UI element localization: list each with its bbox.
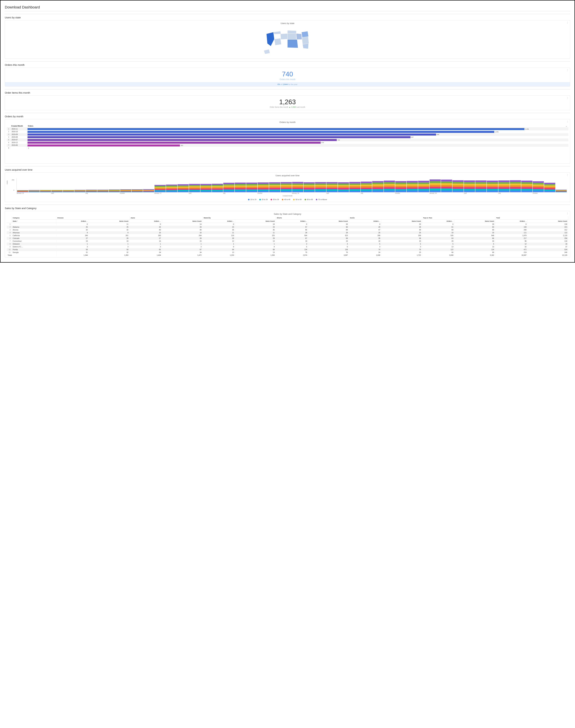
bar-segment [487,187,498,189]
col-orders[interactable]: Orders ⌄ [27,124,568,128]
col-orders[interactable]: Orders⌄ [422,219,454,223]
table-row[interactable]: 11Georgia313234341313757624256668219248 [7,251,568,254]
col-orders[interactable]: Orders⌄ [349,219,381,223]
col-group[interactable]: Total [495,216,568,220]
col-items[interactable]: Items Count [381,219,422,223]
bar-segment [327,185,338,186]
legend-item[interactable]: 10 to 19 [248,198,256,201]
tile-menu-icon[interactable]: ⋮ [566,174,569,176]
legend-item[interactable]: 60 to 69 [305,198,313,201]
bar-segment [407,190,418,192]
state-cell: District of C… [11,245,56,248]
legend-item[interactable]: 70 or Above [316,198,327,201]
bar-cell: 353 [27,144,568,147]
cell-items: 48 [381,228,422,231]
bar-segment [246,184,257,185]
stacked-bar [166,185,177,192]
chevron-down-icon: ⌄ [160,221,161,222]
col-items[interactable]: Items Count [162,219,203,223]
col-items[interactable]: Items Count [454,219,495,223]
table-row[interactable]: 7Connecticut1919141512131919181928339611… [7,240,568,243]
col-orders[interactable]: Orders⌄ [130,219,162,223]
table-row[interactable]: 2Alabama252520202324576028286164194221 [7,226,568,228]
tile-menu-icon[interactable]: ⋮ [566,97,569,99]
bar-segment [281,189,292,191]
cell-orders: 57 [276,226,308,228]
table-row[interactable]: 10110140180380200290130 [7,223,568,226]
tile-menu-icon[interactable]: ⋮ [566,120,569,123]
tile-menu-icon[interactable]: ⋮ [566,22,569,24]
users-acquired-chart[interactable]: Users 250 0 January '16AprilJulyOctoberJ… [7,178,568,197]
bar [28,144,180,146]
col-items[interactable]: Items Count [89,219,130,223]
cell-orders: 1 [56,243,89,245]
cell-items: 13 [454,245,495,248]
us-map[interactable] [7,26,568,58]
table-row[interactable]: 6Colorado272827282829676935366366217256 [7,237,568,240]
col-created-month[interactable]: Created Month [10,124,27,128]
cell-orders: 32 [56,228,89,231]
legend-item[interactable]: 50 to 59 [293,198,301,201]
table-row[interactable]: 3Arizona323240403535858847486869280312 [7,228,568,231]
bar-segment [258,182,269,184]
bar-segment [464,186,475,187]
table-row[interactable]: 10Florida5859656764681341387478122124472… [7,248,568,251]
bar-segment [487,186,498,187]
cell-items: 69 [308,237,349,240]
col-orders[interactable]: Orders⌄ [495,219,528,223]
bar-segment [315,191,326,192]
bar-segment [166,189,177,190]
col-group[interactable]: Maternity [203,216,276,220]
col-group[interactable]: Socks [349,216,422,220]
bar-segment [269,185,280,187]
col-state[interactable]: State^ [11,219,56,223]
row-index: 3 [7,228,11,231]
cell-orders: 61 [422,226,454,228]
bar-segment [430,188,441,190]
col-group[interactable]: Jeans [130,216,203,220]
bar-segment [166,190,177,191]
bar-segment [349,185,361,186]
col-group[interactable]: Tops & Tees [422,216,495,220]
cell-orders: 217 [495,237,528,240]
col-items[interactable]: Items Count [528,219,568,223]
table-row[interactable]: 4Arkansas9916161111282825253333111122 [7,231,568,234]
legend-item[interactable]: 20 to 29 [259,198,268,201]
bar-segment [521,184,532,186]
legend-item[interactable]: 40 to 49 [282,198,290,201]
xtick: April [464,192,498,194]
bar-segment [200,186,211,187]
legend-dot-icon [305,199,306,200]
col-items[interactable]: Items Count [308,219,349,223]
legend-item[interactable]: 30 to 39 [271,198,279,201]
tile-menu-icon[interactable]: ⋮ [566,212,569,215]
table-row[interactable]: 5California24926126026421822550452328829… [7,234,568,237]
xtick: October [258,192,292,194]
bar-segment [281,182,292,184]
row-index: 4 [7,231,11,234]
col-orders[interactable]: Orders⌄ [276,219,308,223]
bar-segment [475,182,486,184]
cell-orders: 25 [349,231,381,234]
bar-segment [212,187,223,188]
cell-items: 64 [454,226,495,228]
bar-segment [223,185,234,187]
table-row[interactable]: 8Delaware1111113355551216 [7,243,568,245]
table-row[interactable]: 9District of C…333399563313133237 [7,245,568,248]
stacked-bar [544,183,555,192]
xtick: October [533,192,567,194]
col-orders[interactable]: Orders⌄ [203,219,235,223]
bar-segment [361,183,372,185]
tile-title: Sales by State and Category [7,213,568,215]
col-orders[interactable]: Orders⌄ [56,219,89,223]
cell-orders: 27 [130,237,162,240]
bar-segment [29,192,40,192]
bar-segment [304,188,315,189]
tile-menu-icon[interactable]: ⋮ [566,69,569,71]
col-items[interactable]: Items Count [235,219,276,223]
col-group[interactable]: Dresses [56,216,130,220]
us-map-svg [261,27,314,57]
cell-items: 15 [162,240,203,243]
cell-items: 3 [162,245,203,248]
col-group[interactable]: Shorts [276,216,349,220]
